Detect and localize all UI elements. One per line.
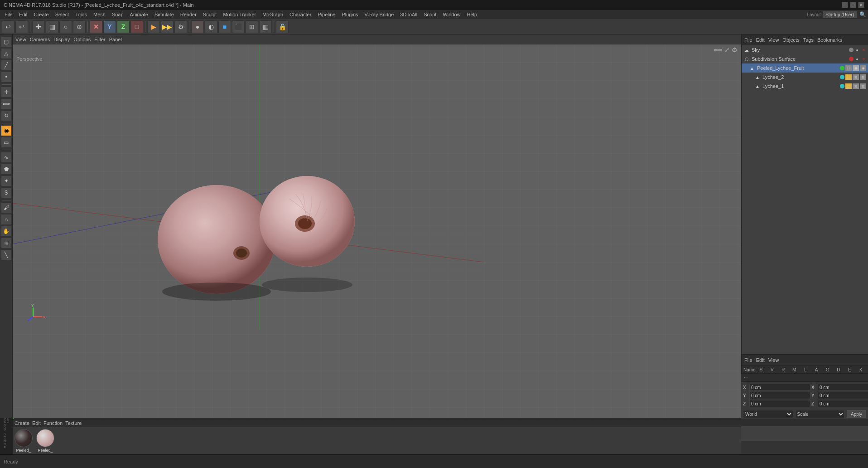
- material-item-dark[interactable]: Peeled_: [14, 429, 33, 453]
- scale-tool[interactable]: ⟺: [1, 98, 12, 109]
- smooth-tool[interactable]: ⌂: [1, 214, 12, 225]
- coord-transform-select[interactable]: Scale Position Rotation: [795, 410, 845, 418]
- mat-menu-edit[interactable]: Edit: [32, 420, 41, 426]
- obj-action-eye2[interactable]: ●: [854, 56, 860, 62]
- obj-tag-lychee1[interactable]: ⊠: [853, 83, 859, 89]
- select-point-button[interactable]: •: [1, 72, 12, 83]
- camera-button[interactable]: ○: [59, 20, 72, 33]
- spline-tool[interactable]: ∿: [1, 152, 12, 163]
- viewport-menu-panel[interactable]: Panel: [109, 37, 122, 42]
- obj-menu-file[interactable]: File: [744, 37, 752, 43]
- knife-tool[interactable]: ✦: [1, 176, 12, 186]
- menu-animate[interactable]: Animate: [127, 11, 151, 18]
- viewport-move-icon[interactable]: ⟺: [714, 46, 723, 54]
- menu-edit[interactable]: Edit: [16, 11, 30, 18]
- obj-row-lychee2[interactable]: ▲ Lychee_2 □ ⊠ ⊠: [742, 73, 868, 82]
- menu-sculpt[interactable]: Sculpt: [200, 11, 220, 18]
- rectangle-selection-tool[interactable]: ▭: [1, 137, 12, 148]
- viewport-maximize-icon[interactable]: ⤢: [724, 46, 730, 54]
- obj-row-subdivision[interactable]: ⬡ Subdivision Surface ● ✕: [742, 54, 868, 63]
- select-model-button[interactable]: ▢: [1, 36, 12, 47]
- obj-tag-lychee2[interactable]: ⊠: [853, 74, 859, 80]
- grab-tool[interactable]: ✋: [1, 226, 12, 237]
- obj-action-eye[interactable]: ●: [854, 47, 860, 53]
- viewport-menu-display[interactable]: Display: [53, 37, 70, 42]
- knife2-tool[interactable]: ╲: [1, 249, 12, 260]
- render-region-button[interactable]: □: [130, 20, 143, 33]
- menu-3dtoall[interactable]: 3DToAll: [397, 11, 420, 18]
- obj-menu-tags[interactable]: Tags: [803, 37, 814, 43]
- mat-menu-texture[interactable]: Texture: [65, 420, 82, 426]
- attr-menu-file[interactable]: File: [744, 357, 752, 363]
- maximize-button[interactable]: □: [850, 2, 856, 8]
- render-to-picture-viewer-button[interactable]: ▶▶: [161, 20, 174, 33]
- obj-material-lychee2[interactable]: □: [845, 74, 852, 80]
- coord-mode-select[interactable]: World Local Object: [743, 410, 793, 418]
- obj-tag2-lychee1[interactable]: ⊠: [860, 83, 866, 89]
- menu-help[interactable]: Help: [464, 11, 480, 18]
- new-object-button[interactable]: ✚: [32, 20, 45, 33]
- obj-material-lychee1[interactable]: □: [845, 83, 852, 89]
- coord-input-y-size[interactable]: [818, 392, 868, 399]
- viewport[interactable]: View Cameras Display Options Filter Pane…: [13, 34, 741, 454]
- obj-menu-edit[interactable]: Edit: [756, 37, 765, 43]
- menu-character[interactable]: Character: [287, 11, 314, 18]
- obj-row-sky[interactable]: ☁ Sky ● ✕: [742, 45, 868, 54]
- move-tool[interactable]: ✛: [1, 87, 12, 98]
- obj-row-peeled[interactable]: ▲ Peeled_Lychee_Fruit □ ◆ ◈: [742, 63, 868, 73]
- open-button[interactable]: ▦: [46, 20, 58, 33]
- lock-button[interactable]: 🔒: [276, 20, 289, 33]
- viewport-settings-icon[interactable]: ⚙: [732, 46, 738, 54]
- minimize-button[interactable]: _: [842, 2, 848, 8]
- obj-menu-objects[interactable]: Objects: [782, 37, 799, 43]
- brush-tool[interactable]: ⬟: [1, 164, 12, 175]
- obj-tag-peeled[interactable]: ◆: [853, 65, 859, 71]
- coord-input-z-size[interactable]: [818, 400, 868, 407]
- attr-menu-edit[interactable]: Edit: [756, 357, 765, 363]
- viewport-menu-view[interactable]: View: [15, 37, 26, 42]
- coord-input-y[interactable]: [749, 392, 810, 399]
- menu-simulate[interactable]: Simulate: [152, 11, 177, 18]
- live-selection-tool[interactable]: ◉: [1, 125, 12, 136]
- redo-button[interactable]: ↩: [15, 20, 28, 33]
- coord-input-z[interactable]: [749, 400, 810, 407]
- grid-button[interactable]: ⊞: [246, 20, 258, 33]
- menu-mograph[interactable]: MoGraph: [260, 11, 286, 18]
- viewport-menu-cameras[interactable]: Cameras: [30, 37, 50, 42]
- obj-action-x[interactable]: ✕: [861, 47, 866, 53]
- paint-tool[interactable]: 🖌: [1, 202, 12, 213]
- obj-menu-view[interactable]: View: [768, 37, 779, 43]
- material-item-light[interactable]: Peeled_: [36, 429, 54, 453]
- mode-y-button[interactable]: Y: [103, 20, 116, 33]
- viewport-layout-button[interactable]: ▦: [259, 20, 272, 33]
- obj-menu-bookmarks[interactable]: Bookmarks: [817, 37, 842, 43]
- undo-button[interactable]: ↩: [2, 20, 14, 33]
- menu-script[interactable]: Script: [421, 11, 439, 18]
- obj-tag2-lychee2[interactable]: ⊠: [860, 74, 866, 80]
- coord-input-x[interactable]: [749, 384, 810, 391]
- menu-render[interactable]: Render: [178, 11, 199, 18]
- menu-plugins[interactable]: Plugins: [339, 11, 361, 18]
- display-mode-3[interactable]: ■: [218, 20, 231, 33]
- coord-input-x-size[interactable]: [818, 384, 868, 391]
- mode-x-button[interactable]: ✕: [90, 20, 102, 33]
- mat-menu-create[interactable]: Create: [14, 420, 29, 426]
- menu-select[interactable]: Select: [53, 11, 72, 18]
- viewport-menu-options[interactable]: Options: [73, 37, 91, 42]
- obj-tag2-peeled[interactable]: ◈: [860, 65, 866, 71]
- render-button[interactable]: ▶: [147, 20, 160, 33]
- display-mode-2[interactable]: ◐: [205, 20, 217, 33]
- close-button[interactable]: ✕: [858, 2, 864, 8]
- search-icon[interactable]: 🔍: [859, 11, 866, 18]
- select-polygon-button[interactable]: △: [1, 48, 12, 59]
- menu-motion-tracker[interactable]: Motion Tracker: [220, 11, 259, 18]
- menu-tools[interactable]: Tools: [72, 11, 90, 18]
- magnet-tool[interactable]: $: [1, 187, 12, 198]
- display-mode-1[interactable]: ●: [191, 20, 204, 33]
- select-edge-button[interactable]: ╱: [1, 60, 12, 71]
- render-settings-button[interactable]: ⚙: [174, 20, 187, 33]
- menu-pipeline[interactable]: Pipeline: [315, 11, 338, 18]
- menu-file[interactable]: File: [2, 11, 15, 18]
- obj-material-peeled[interactable]: □: [845, 65, 852, 71]
- display-mode-4[interactable]: ⬛: [232, 20, 245, 33]
